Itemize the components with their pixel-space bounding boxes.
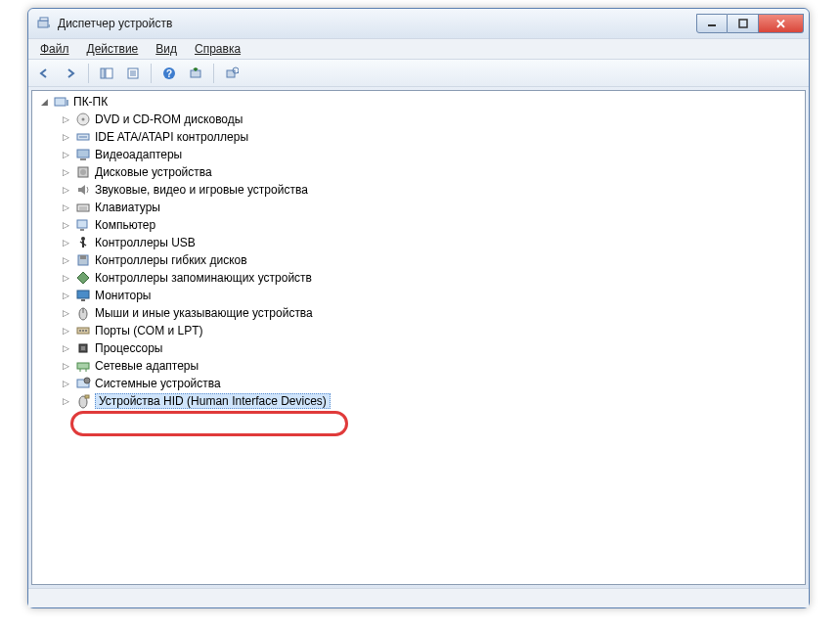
show-hide-tree-button[interactable] bbox=[95, 62, 118, 85]
show-hidden-button[interactable] bbox=[220, 62, 243, 85]
back-button[interactable] bbox=[32, 62, 56, 85]
tree-item[interactable]: ▷IDE ATA/ATAPI контроллеры bbox=[32, 128, 805, 146]
collapse-icon[interactable]: ◢ bbox=[38, 96, 50, 108]
device-category-icon bbox=[75, 147, 91, 162]
help-button[interactable]: ? bbox=[157, 62, 181, 85]
expand-icon[interactable]: ▷ bbox=[60, 342, 71, 354]
device-category-icon bbox=[75, 129, 91, 145]
tree-item[interactable]: ▷Контроллеры запоминающих устройств bbox=[32, 269, 805, 287]
tree-item-label: Порты (COM и LPT) bbox=[95, 324, 203, 337]
device-category-icon bbox=[75, 164, 91, 180]
expand-icon[interactable]: ▷ bbox=[60, 325, 71, 337]
device-category-icon bbox=[75, 235, 91, 250]
svg-rect-38 bbox=[77, 291, 89, 298]
device-category-icon bbox=[75, 305, 91, 321]
device-category-icon bbox=[75, 112, 91, 127]
menu-view[interactable]: Вид bbox=[148, 40, 185, 58]
expand-icon[interactable]: ▷ bbox=[60, 307, 71, 319]
device-manager-window: Диспетчер устройств ✕ Файл Действие Вид … bbox=[27, 8, 810, 608]
menu-help[interactable]: Справка bbox=[187, 40, 248, 58]
svg-rect-6 bbox=[106, 68, 112, 78]
expand-icon[interactable]: ▷ bbox=[60, 219, 71, 231]
expand-icon[interactable]: ▷ bbox=[60, 272, 71, 284]
tree-item-label: Контроллеры запоминающих устройств bbox=[95, 271, 312, 285]
svg-point-43 bbox=[79, 330, 81, 332]
tree-item[interactable]: ▷Системные устройства bbox=[32, 375, 805, 392]
tree-item-label: Сетевые адаптеры bbox=[95, 359, 199, 373]
toolbar-separator bbox=[88, 64, 89, 83]
device-category-icon bbox=[75, 323, 91, 338]
device-category-icon bbox=[75, 358, 91, 374]
tree-item[interactable]: ▷Контроллеры гибких дисков bbox=[32, 251, 805, 269]
svg-rect-31 bbox=[80, 229, 84, 231]
maximize-button[interactable] bbox=[728, 14, 759, 33]
scan-hardware-button[interactable] bbox=[184, 62, 207, 85]
expand-icon[interactable]: ▷ bbox=[60, 149, 71, 160]
app-icon bbox=[36, 16, 52, 31]
expand-icon[interactable]: ▷ bbox=[60, 378, 71, 389]
device-category-icon bbox=[75, 376, 91, 391]
tree-item-label: Клавиатуры bbox=[95, 201, 160, 214]
forward-button[interactable] bbox=[59, 62, 82, 85]
svg-point-52 bbox=[84, 378, 90, 383]
close-button[interactable]: ✕ bbox=[759, 14, 804, 33]
expand-icon[interactable]: ▷ bbox=[60, 113, 71, 125]
tree-item[interactable]: ▷Звуковые, видео и игровые устройства bbox=[32, 181, 805, 199]
tree-item-label: Компьютер bbox=[95, 218, 155, 232]
tree-root[interactable]: ◢ ПК-ПК bbox=[32, 93, 805, 111]
tree-item-label: Контроллеры гибких дисков bbox=[95, 253, 247, 267]
svg-rect-48 bbox=[77, 363, 89, 369]
tree-item-label: Мониторы bbox=[95, 289, 151, 302]
tree-item-label: Процессоры bbox=[95, 341, 163, 355]
svg-rect-4 bbox=[739, 20, 747, 27]
menu-file[interactable]: Файл bbox=[32, 40, 77, 58]
statusbar bbox=[28, 588, 809, 607]
device-category-icon bbox=[75, 393, 91, 409]
svg-rect-17 bbox=[55, 98, 66, 106]
titlebar[interactable]: Диспетчер устройств ✕ bbox=[28, 9, 809, 38]
tree-item[interactable]: ▷Порты (COM и LPT) bbox=[32, 322, 805, 339]
tree-item-label: DVD и CD-ROM дисководы bbox=[95, 112, 243, 126]
tree-item[interactable]: ▷Клавиатуры bbox=[32, 199, 805, 216]
svg-point-45 bbox=[85, 330, 87, 332]
tree-item[interactable]: ▷Компьютер bbox=[32, 216, 805, 234]
expand-icon[interactable]: ▷ bbox=[60, 202, 71, 213]
properties-button[interactable] bbox=[121, 62, 145, 85]
svg-rect-14 bbox=[227, 70, 235, 77]
device-category-icon bbox=[75, 270, 91, 286]
device-category-icon bbox=[75, 340, 91, 356]
svg-rect-23 bbox=[77, 150, 89, 157]
tree-item[interactable]: ▷Сетевые адаптеры bbox=[32, 357, 805, 375]
expand-icon[interactable]: ▷ bbox=[60, 290, 71, 301]
expand-icon[interactable]: ▷ bbox=[60, 360, 71, 372]
tree-item[interactable]: ▷Устройства HID (Human Interface Devices… bbox=[32, 392, 805, 410]
expand-icon[interactable]: ▷ bbox=[60, 254, 71, 266]
svg-rect-47 bbox=[81, 346, 85, 350]
tree-item[interactable]: ▷Мониторы bbox=[32, 287, 805, 304]
svg-rect-39 bbox=[81, 299, 85, 301]
window-title: Диспетчер устройств bbox=[58, 17, 172, 30]
tree-item[interactable]: ▷DVD и CD-ROM дисководы bbox=[32, 111, 805, 128]
minimize-button[interactable] bbox=[696, 14, 728, 33]
device-category-icon bbox=[75, 217, 91, 233]
svg-line-16 bbox=[238, 72, 239, 73]
expand-icon[interactable]: ▷ bbox=[60, 395, 71, 407]
tree-item[interactable]: ▷Видеоадаптеры bbox=[32, 146, 805, 163]
menu-action[interactable]: Действие bbox=[79, 40, 147, 58]
toolbar-separator bbox=[151, 64, 152, 83]
svg-rect-37 bbox=[80, 255, 86, 259]
computer-icon bbox=[54, 94, 69, 110]
expand-icon[interactable]: ▷ bbox=[60, 131, 71, 143]
expand-icon[interactable]: ▷ bbox=[60, 184, 71, 196]
expand-icon[interactable]: ▷ bbox=[60, 237, 71, 248]
tree-item[interactable]: ▷Дисковые устройства bbox=[32, 163, 805, 181]
device-category-icon bbox=[75, 200, 91, 215]
tree-item[interactable]: ▷Процессоры bbox=[32, 339, 805, 357]
tree-item[interactable]: ▷Контроллеры USB bbox=[32, 234, 805, 251]
tree-item[interactable]: ▷Мыши и иные указывающие устройства bbox=[32, 304, 805, 322]
svg-rect-18 bbox=[66, 100, 68, 106]
svg-rect-30 bbox=[77, 220, 87, 228]
expand-icon[interactable]: ▷ bbox=[60, 166, 71, 178]
device-tree-panel[interactable]: ◢ ПК-ПК ▷DVD и CD-ROM дисководы▷IDE ATA/… bbox=[31, 90, 806, 585]
svg-point-44 bbox=[82, 330, 84, 332]
